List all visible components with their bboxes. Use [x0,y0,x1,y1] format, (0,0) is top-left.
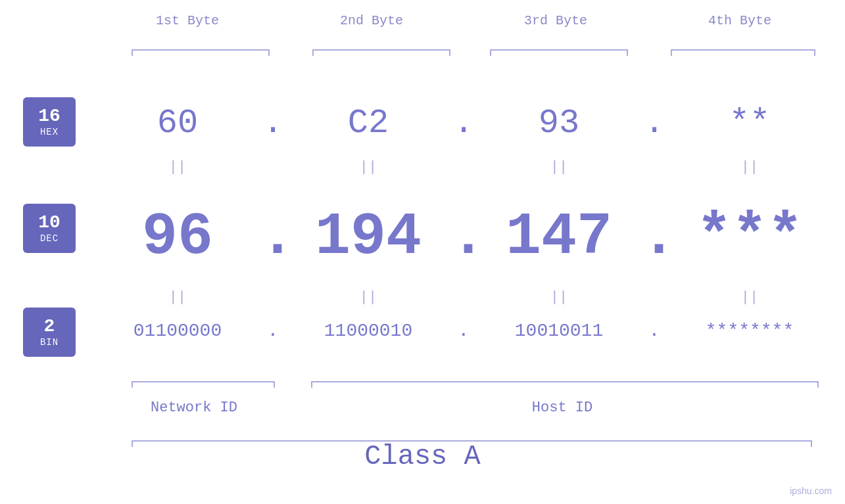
hex-byte2: C2 [286,104,450,143]
network-id-label: Network ID [95,400,293,416]
bin-values-row: 01100000 . 11000010 . 10010011 . *******… [95,321,832,341]
dec-byte4: *** [667,204,832,271]
eq1-b4: || [667,159,832,175]
eq2-b2: || [286,289,450,306]
eq2-b3: || [477,289,641,306]
eq2-b4: || [667,289,832,306]
bin-byte4: ******** [667,321,832,341]
dec-byte1: 96 [95,204,260,271]
byte1-header: 1st Byte [95,13,279,28]
sep2-bin: . [450,321,477,341]
equals-row-1: || || || || [95,159,832,175]
dec-byte2: 194 [286,204,450,271]
equals-row-2: || || || || [95,289,832,306]
sep1-bin: . [260,321,286,341]
watermark: ipshu.com [790,486,832,496]
bin-byte2: 11000010 [286,321,450,341]
dec-byte3: 147 [477,204,641,271]
sep1-dec: . [260,204,286,271]
hex-values-row: 60 . C2 . 93 . ** [95,104,832,143]
id-labels-row: Network ID Host ID [95,400,832,416]
bin-byte3: 10010011 [477,321,641,341]
host-bracket [311,381,819,382]
sep2-hex: . [450,104,477,143]
eq2-b1: || [95,289,260,306]
sep3-bin: . [641,321,667,341]
hex-byte1: 60 [95,104,260,143]
hex-byte4: ** [667,104,832,143]
eq1-b2: || [286,159,450,175]
bin-base-label: 2 BIN [23,308,76,357]
eq1-b3: || [477,159,641,175]
byte2-header: 2nd Byte [279,13,464,28]
sep1-hex: . [260,104,286,143]
byte4-header: 4th Byte [648,13,832,28]
dec-base-label: 10 DEC [23,204,76,253]
byte3-header: 3rd Byte [464,13,648,28]
class-label: Class A [0,441,845,472]
hex-base-label: 16 HEX [23,97,76,147]
dec-values-row: 96 . 194 . 147 . *** [95,204,832,271]
network-bracket [132,381,275,382]
sep3-dec: . [641,204,667,271]
sep3-hex: . [641,104,667,143]
sep2-dec: . [450,204,477,271]
host-id-label: Host ID [293,400,832,416]
eq1-b1: || [95,159,260,175]
hex-byte3: 93 [477,104,641,143]
bin-byte1: 01100000 [95,321,260,341]
